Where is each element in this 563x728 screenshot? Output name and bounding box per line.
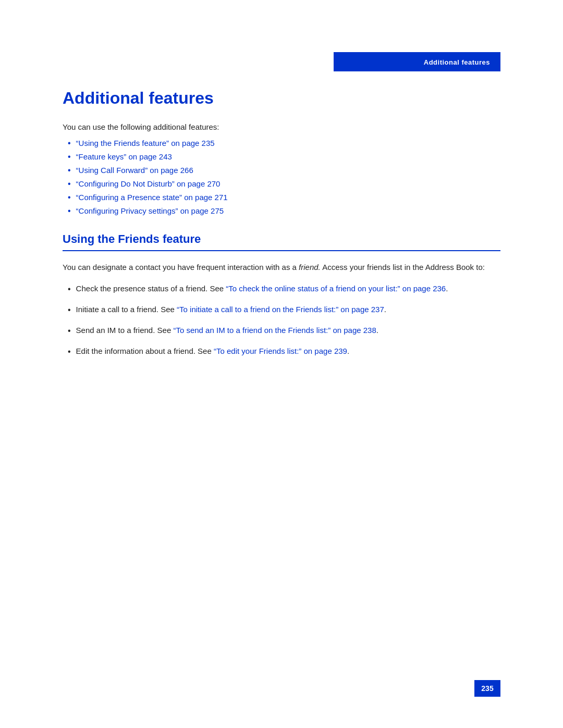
link-do-not-disturb[interactable]: “Configuring Do Not Disturb” on page 270 <box>76 179 221 188</box>
list-item: “Feature keys” on page 243 <box>68 152 500 162</box>
main-content: Additional features You can use the foll… <box>63 89 500 366</box>
list-item: Send an IM to a friend. See “To send an … <box>68 325 500 337</box>
section-intro-plain: You can designate a contact you have fre… <box>63 263 299 272</box>
header-bar: Additional features <box>334 52 500 71</box>
top-link-list: “Using the Friends feature” on page 235 … <box>63 139 500 216</box>
page-number: 235 <box>474 680 500 697</box>
list-item-content: Edit the information about a friend. See… <box>76 346 349 357</box>
link-call-forward[interactable]: “Using Call Forward” on page 266 <box>76 166 193 175</box>
list-item: Edit the information about a friend. See… <box>68 346 500 358</box>
list-item: Check the presence status of a friend. S… <box>68 283 500 295</box>
list-item-content: Check the presence status of a friend. S… <box>76 283 448 295</box>
bullet-suffix-3: . <box>347 347 349 355</box>
bullet-suffix-0: . <box>446 284 448 293</box>
section-intro-rest: Access your friends list in the Address … <box>321 263 485 272</box>
bullet-link-1[interactable]: “To initiate a call to a friend on the F… <box>177 305 384 314</box>
header-bar-label: Additional features <box>424 58 490 66</box>
bullet-suffix-2: . <box>376 326 378 335</box>
bullet-plain-3: Edit the information about a friend. See <box>76 347 214 355</box>
list-item: “Using Call Forward” on page 266 <box>68 166 500 175</box>
bullet-link-0[interactable]: “To check the online status of a friend … <box>226 284 446 293</box>
list-item: Initiate a call to a friend. See “To ini… <box>68 304 500 316</box>
link-privacy-settings[interactable]: “Configuring Privacy settings” on page 2… <box>76 206 224 215</box>
list-item: “Configuring Privacy settings” on page 2… <box>68 206 500 216</box>
link-friends-feature[interactable]: “Using the Friends feature” on page 235 <box>76 139 215 147</box>
section-intro-italic: friend. <box>299 263 321 272</box>
link-presence-state[interactable]: “Configuring a Presence state” on page 2… <box>76 193 228 202</box>
bullet-link-3[interactable]: “To edit your Friends list:” on page 239 <box>214 347 347 355</box>
bullet-plain-2: Send an IM to a friend. See <box>76 326 174 335</box>
link-feature-keys[interactable]: “Feature keys” on page 243 <box>76 152 172 161</box>
bullet-link-2[interactable]: “To send an IM to a friend on the Friend… <box>173 326 376 335</box>
list-item: “Using the Friends feature” on page 235 <box>68 139 500 148</box>
list-item: “Configuring a Presence state” on page 2… <box>68 193 500 202</box>
list-item: “Configuring Do Not Disturb” on page 270 <box>68 179 500 189</box>
bullet-suffix-1: . <box>384 305 386 314</box>
intro-text: You can use the following additional fea… <box>63 122 500 131</box>
list-item-content: Send an IM to a friend. See “To send an … <box>76 325 378 337</box>
bullet-plain-1: Initiate a call to a friend. See <box>76 305 177 314</box>
detail-list: Check the presence status of a friend. S… <box>63 283 500 358</box>
section-title: Using the Friends feature <box>63 232 500 251</box>
list-item-content: Initiate a call to a friend. See “To ini… <box>76 304 386 316</box>
page-title: Additional features <box>63 89 500 108</box>
section-intro: You can designate a contact you have fre… <box>63 262 500 274</box>
bullet-plain-0: Check the presence status of a friend. S… <box>76 284 226 293</box>
